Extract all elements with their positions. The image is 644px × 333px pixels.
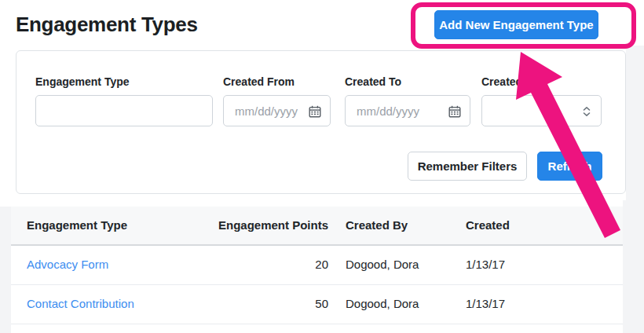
remember-filters-button[interactable]: Remember Filters: [408, 152, 527, 181]
background-strip-left: [0, 207, 11, 333]
refresh-button[interactable]: Refresh: [537, 152, 602, 181]
column-header-engagement-type: Engagement Type: [27, 207, 127, 244]
column-header-created: Created: [466, 207, 510, 244]
column-header-engagement-points: Engagement Points: [141, 207, 328, 244]
table-header-row: Engagement Type Engagement Points Create…: [11, 207, 623, 246]
engagement-type-link[interactable]: Contact Contribution: [27, 285, 134, 323]
created-by-filter-field: Created By: [481, 75, 602, 126]
engagement-types-table: Engagement Type Engagement Points Create…: [11, 207, 623, 333]
created-from-filter-field: Created From: [223, 75, 331, 126]
created-from-filter-label: Created From: [223, 75, 331, 88]
engagement-type-link[interactable]: Advocacy Form: [27, 246, 108, 284]
table-row: Advocacy Form 20 Dogood, Dora 1/13/17: [11, 246, 623, 285]
engagement-type-filter-field: Engagement Type: [35, 75, 213, 126]
created-cell: 1/13/17: [466, 246, 505, 284]
created-by-filter-label: Created By: [481, 75, 602, 88]
engagement-points-cell: 20: [141, 246, 328, 284]
engagement-points-cell: 50: [141, 285, 328, 323]
created-to-date-input[interactable]: [345, 95, 470, 126]
created-to-filter-field: Created To: [345, 75, 470, 126]
created-by-select[interactable]: [481, 95, 602, 126]
background-strip-right-lower: [623, 200, 644, 333]
add-new-engagement-type-button[interactable]: Add New Engagement Type: [434, 10, 598, 39]
table-row: Contact Contribution 50 Dogood, Dora 1/1…: [11, 285, 623, 324]
page-title: Engagement Types: [16, 13, 198, 37]
engagement-types-page: Engagement Types Add New Engagement Type…: [0, 0, 644, 333]
created-to-filter-label: Created To: [345, 75, 470, 88]
filter-actions-row: Remember Filters Refresh: [16, 152, 625, 181]
calendar-icon: [309, 105, 321, 118]
created-by-cell: Dogood, Dora: [346, 246, 419, 284]
engagement-type-filter-label: Engagement Type: [35, 75, 213, 88]
created-by-cell: Dogood, Dora: [346, 285, 419, 323]
up-down-stepper-icon: [582, 106, 591, 117]
calendar-icon: [448, 105, 461, 118]
filters-panel: Engagement Type Created From: [16, 50, 626, 194]
created-cell: 1/13/17: [466, 285, 505, 323]
engagement-type-filter-input[interactable]: [35, 95, 213, 126]
created-from-date-input[interactable]: [223, 95, 331, 126]
column-header-created-by: Created By: [346, 207, 408, 244]
